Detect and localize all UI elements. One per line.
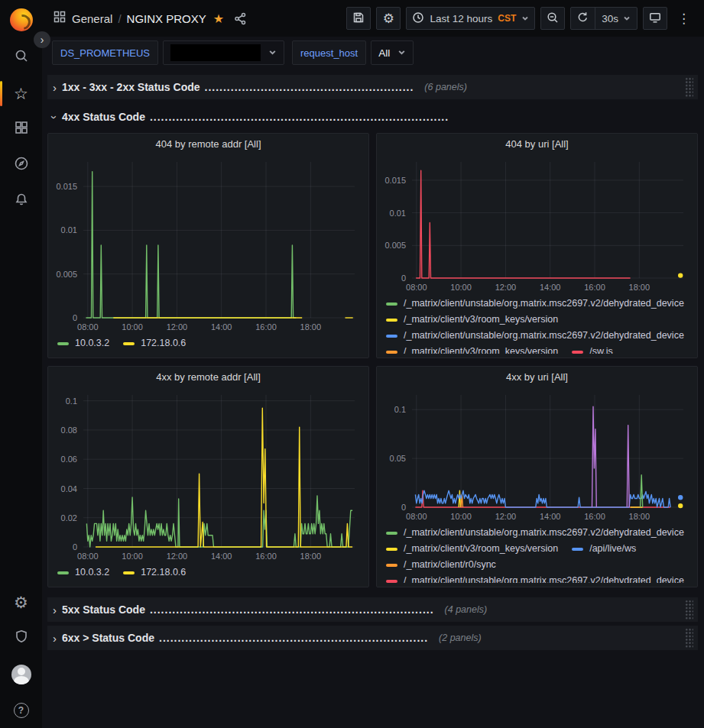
legend-item[interactable]: 172.18.0.6 [123, 565, 186, 581]
refresh-button[interactable] [571, 8, 595, 29]
panel-title[interactable]: 404 by uri [All] [377, 134, 697, 154]
svg-text:0.06: 0.06 [61, 455, 77, 464]
legend-item[interactable]: /_matrix/client/v3/room_keys/version [386, 344, 558, 354]
legend-item[interactable]: /_matrix/client/unstable/org.matrix.msc2… [386, 296, 684, 312]
zoom-out-time-button[interactable] [540, 7, 565, 30]
sidebar-item-explore[interactable] [0, 147, 42, 183]
monitor-icon [649, 11, 661, 26]
svg-text:10:00: 10:00 [450, 283, 472, 292]
svg-text:16:00: 16:00 [255, 552, 277, 561]
panel-title[interactable]: 404 by remote addr [All] [48, 134, 368, 154]
svg-text:08:00: 08:00 [77, 552, 99, 561]
sidebar-item-starred[interactable]: ☆ [0, 76, 42, 112]
apps-grid-icon [53, 10, 67, 27]
panel-title[interactable]: 4xx by uri [All] [377, 367, 697, 387]
legend-item[interactable]: /_matrix/client/unstable/org.matrix.msc2… [386, 525, 684, 541]
time-series-chart[interactable]: 00.020.040.060.080.108:0010:0012:0014:00… [51, 387, 365, 563]
search-icon [14, 48, 29, 67]
panel-row-top: 404 by remote addr [All] 00.0050.010.015… [47, 133, 698, 358]
legend-item[interactable]: /_matrix/client/unstable/org.matrix.msc2… [386, 328, 684, 344]
active-indicator [0, 81, 2, 106]
time-series-chart[interactable]: 00.0050.010.01508:0010:0012:0014:0016:00… [51, 154, 365, 334]
row-drag-handle[interactable] [685, 77, 693, 97]
row-drag-handle[interactable] [685, 600, 693, 620]
cycle-view-mode-button[interactable] [643, 7, 667, 30]
favorite-star-icon[interactable]: ★ [213, 11, 224, 26]
legend-swatch [386, 335, 397, 338]
clock-icon [412, 11, 424, 26]
svg-text:0.01: 0.01 [390, 209, 406, 218]
breadcrumb-separator: / [118, 12, 121, 25]
save-dashboard-button[interactable] [346, 7, 371, 30]
svg-text:16:00: 16:00 [584, 283, 605, 292]
legend-item[interactable]: /_matrix/client/unstable/org.matrix.msc2… [386, 573, 684, 583]
sidebar-item-help[interactable]: ? [0, 692, 42, 728]
row-title: 5xx Status Code [62, 603, 145, 616]
row-title-dots: ........................................… [205, 81, 414, 93]
legend-item[interactable]: /_matrix/client/r0/sync [386, 557, 496, 573]
sidebar-item-alerting[interactable] [0, 183, 42, 219]
row-5xx[interactable]: › 5xx Status Code ......................… [47, 597, 698, 622]
row-4xx[interactable]: › 4xx Status Code ......................… [47, 105, 698, 128]
time-range-label: Last 12 hours [430, 13, 492, 24]
chart-area: 00.0050.010.01508:0010:0012:0014:0016:00… [380, 154, 694, 294]
svg-text:10:00: 10:00 [122, 552, 143, 561]
legend-swatch [386, 319, 397, 322]
variable-value-dropdown[interactable] [163, 40, 284, 65]
refresh-interval-dropdown[interactable]: 30s [595, 8, 637, 29]
legend-swatch [386, 303, 397, 306]
panel-title[interactable]: 4xx by remote addr [All] [48, 367, 368, 387]
breadcrumb-section[interactable]: General [72, 12, 112, 25]
svg-text:0.04: 0.04 [61, 484, 77, 493]
share-icon[interactable] [234, 12, 247, 25]
svg-text:0: 0 [73, 542, 77, 552]
shield-icon [14, 629, 29, 648]
sidebar-item-server-admin[interactable] [0, 620, 42, 656]
svg-text:08:00: 08:00 [406, 512, 427, 521]
sidebar-item-dashboards[interactable] [0, 112, 42, 147]
sidebar-item-profile[interactable] [0, 656, 42, 692]
variable-label[interactable]: request_host [292, 40, 366, 65]
row-1xx-3xx-2xx[interactable]: › 1xx - 3xx - 2xx Status Code ..........… [47, 75, 698, 99]
dashboard-settings-button[interactable]: ⚙ [376, 7, 401, 30]
legend-item[interactable]: /api/live/ws [572, 541, 636, 557]
gear-icon: ⚙ [14, 594, 28, 612]
variable-request-host: request_host All [292, 40, 414, 65]
legend-swatch [572, 351, 583, 354]
svg-text:12:00: 12:00 [167, 552, 188, 561]
row-panel-count: (2 panels) [439, 633, 482, 643]
svg-text:18:00: 18:00 [629, 283, 650, 292]
legend-item[interactable]: 172.18.0.6 [123, 335, 186, 351]
variable-ds-prometheus: DS_PROMETHEUS [52, 40, 284, 65]
time-range-picker[interactable]: Last 12 hours CST [406, 7, 535, 30]
dashboard-canvas: › 1xx - 3xx - 2xx Status Code ..........… [42, 69, 704, 728]
legend-swatch [386, 580, 397, 583]
svg-text:0.005: 0.005 [56, 270, 77, 279]
variable-value-dropdown[interactable]: All [371, 40, 414, 65]
more-options-kebab-icon[interactable]: ⋮ [673, 11, 695, 27]
help-icon: ? [14, 703, 29, 718]
row-6xx[interactable]: › 6xx > Status Code ....................… [47, 626, 698, 650]
legend-item[interactable]: 10.0.3.2 [57, 565, 109, 581]
dashboard-title[interactable]: NGINX PROXY [127, 12, 206, 25]
row-drag-handle[interactable] [685, 628, 693, 648]
sidebar-expand-button[interactable]: › [34, 31, 50, 48]
dashboards-grid-icon [14, 120, 29, 139]
legend-swatch [57, 571, 69, 574]
chevron-down-icon [397, 47, 406, 59]
legend-item[interactable]: 10.0.3.2 [57, 335, 109, 351]
sidebar-item-configuration[interactable]: ⚙ [0, 584, 42, 620]
legend-item[interactable]: /_matrix/client/v3/room_keys/version [386, 312, 558, 328]
time-series-chart[interactable]: 00.0050.010.01508:0010:0012:0014:0016:00… [380, 154, 694, 294]
svg-text:12:00: 12:00 [495, 512, 517, 521]
svg-text:0.02: 0.02 [61, 513, 77, 523]
variable-label[interactable]: DS_PROMETHEUS [52, 40, 158, 65]
legend-item[interactable]: /_matrix/client/v3/room_keys/version [386, 541, 558, 557]
time-series-chart[interactable]: 00.050.108:0010:0012:0014:0016:0018:00 [380, 387, 694, 523]
refresh-icon [577, 11, 589, 25]
panel-404-by-remote-addr: 404 by remote addr [All] 00.0050.010.015… [47, 133, 369, 358]
svg-text:0.015: 0.015 [56, 182, 77, 191]
legend-item[interactable]: /sw.js [572, 344, 613, 354]
compass-icon [14, 156, 29, 175]
row-title-dots: ........................................… [150, 111, 449, 123]
